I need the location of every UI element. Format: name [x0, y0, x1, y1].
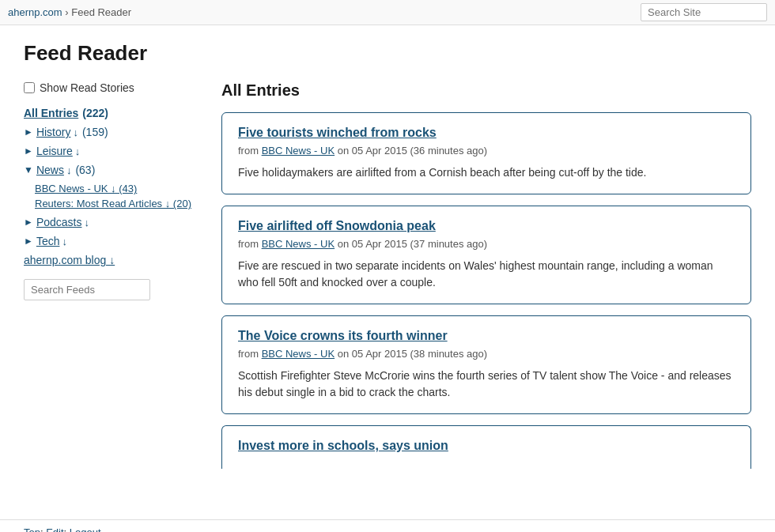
all-entries-row: All Entries (222): [24, 107, 198, 119]
entry-from: from: [238, 145, 259, 157]
entry-card: The Voice crowns its fourth winner from …: [221, 315, 751, 414]
entry-meta: from BBC News - UK on 05 Apr 2015 (36 mi…: [238, 145, 735, 157]
news-row: ▼ News ↓ (63): [24, 164, 198, 176]
entry-card-partial: Invest more in schools, says union: [221, 425, 751, 469]
history-row: ► History ↓ (159): [24, 126, 198, 138]
entry-from: from: [238, 238, 259, 250]
main-content: All Entries Five tourists winched from r…: [221, 81, 751, 480]
tech-sort[interactable]: ↓: [62, 236, 67, 247]
news-sub-items: BBC News - UK ↓ (43) Reuters: Most Read …: [35, 183, 198, 209]
breadcrumb-site-link[interactable]: ahernp.com: [8, 6, 62, 18]
topbar: ahernp.com › Feed Reader: [0, 0, 775, 25]
leisure-link[interactable]: Leisure: [36, 145, 73, 157]
entry-summary: Scottish Firefighter Steve McCrorie wins…: [238, 368, 735, 401]
entry-meta: from BBC News - UK on 05 Apr 2015 (37 mi…: [238, 238, 735, 250]
tech-arrow[interactable]: ►: [24, 236, 33, 247]
page-title: Feed Reader: [24, 41, 751, 66]
breadcrumb: ahernp.com › Feed Reader: [8, 6, 131, 18]
section-title: All Entries: [221, 81, 751, 100]
entry-meta: from BBC News - UK on 05 Apr 2015 (38 mi…: [238, 348, 735, 360]
show-read-text: Show Read Stories: [40, 81, 134, 94]
leisure-sort[interactable]: ↓: [75, 145, 81, 157]
all-entries-count: (222): [82, 107, 108, 119]
entry-source-link[interactable]: BBC News - UK: [262, 348, 335, 360]
entry-card: Five tourists winched from rocks from BB…: [221, 112, 751, 194]
footer-logout-link[interactable]: Logout: [70, 526, 101, 532]
news-link[interactable]: News: [36, 164, 64, 176]
news-sub-reuters[interactable]: Reuters: Most Read Articles ↓ (20): [35, 198, 198, 209]
show-read-checkbox[interactable]: [24, 82, 35, 93]
sidebar: Show Read Stories All Entries (222) ► Hi…: [24, 81, 198, 480]
entry-title[interactable]: Five tourists winched from rocks: [238, 126, 735, 140]
breadcrumb-page: Feed Reader: [71, 6, 131, 18]
entry-source-link[interactable]: BBC News - UK: [262, 145, 335, 157]
search-site-input[interactable]: [641, 3, 767, 21]
news-count: (63): [75, 164, 95, 176]
content-layout: Show Read Stories All Entries (222) ► Hi…: [24, 81, 751, 480]
leisure-arrow[interactable]: ►: [24, 145, 33, 157]
entry-title-partial[interactable]: Invest more in schools, says union: [238, 439, 735, 453]
podcasts-row: ► Podcasts ↓: [24, 216, 198, 228]
podcasts-link[interactable]: Podcasts: [36, 216, 82, 228]
podcasts-sort[interactable]: ↓: [84, 217, 89, 228]
news-sort[interactable]: ↓: [66, 164, 72, 176]
history-sort[interactable]: ↓: [73, 126, 78, 138]
history-arrow[interactable]: ►: [24, 126, 33, 138]
entry-meta-date: on 05 Apr 2015 (36 minutes ago): [338, 145, 487, 157]
footer-top-link[interactable]: Top: [24, 526, 40, 532]
main-container: Feed Reader Show Read Stories All Entrie…: [0, 25, 775, 496]
entry-meta-date: on 05 Apr 2015 (37 minutes ago): [338, 238, 487, 250]
show-read-label[interactable]: Show Read Stories: [24, 81, 198, 94]
leisure-row: ► Leisure ↓: [24, 145, 198, 157]
news-sub-bbc[interactable]: BBC News - UK ↓ (43): [35, 183, 198, 194]
history-link[interactable]: History: [36, 126, 71, 138]
all-entries-link[interactable]: All Entries: [24, 107, 78, 119]
entry-meta-date: on 05 Apr 2015 (38 minutes ago): [338, 348, 487, 360]
footer-edit-link[interactable]: Edit: [46, 526, 63, 532]
history-count: (159): [82, 126, 108, 138]
podcasts-arrow[interactable]: ►: [24, 217, 33, 228]
news-arrow[interactable]: ▼: [24, 164, 33, 175]
footer: Top; Edit; Logout.: [0, 519, 775, 532]
entry-summary: Five are rescued in two separate inciden…: [238, 258, 735, 291]
entry-card: Five airlifted off Snowdonia peak from B…: [221, 206, 751, 304]
entry-summary: Five holidaymakers are airlifted from a …: [238, 164, 735, 181]
tech-row: ► Tech ↓: [24, 235, 198, 247]
entry-title[interactable]: The Voice crowns its fourth winner: [238, 329, 735, 343]
blog-link[interactable]: ahernp.com blog ↓: [24, 254, 198, 266]
search-feeds-input[interactable]: [24, 279, 150, 300]
tech-link[interactable]: Tech: [36, 235, 60, 247]
entry-source-link[interactable]: BBC News - UK: [262, 238, 335, 250]
entry-from: from: [238, 348, 259, 360]
entry-title[interactable]: Five airlifted off Snowdonia peak: [238, 219, 735, 233]
